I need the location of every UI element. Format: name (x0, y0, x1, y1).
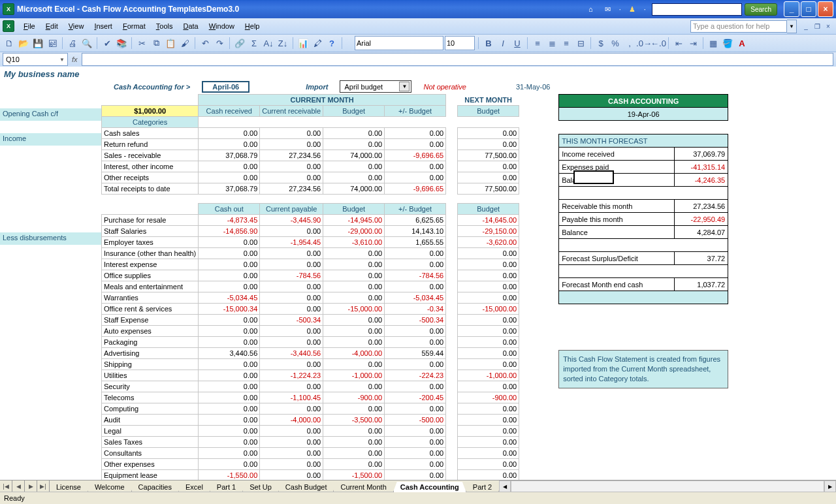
sort-asc-icon[interactable]: A↓ (262, 37, 275, 50)
underline-icon[interactable]: U (511, 37, 524, 50)
menu-window[interactable]: Window (204, 21, 240, 31)
chart-icon[interactable]: 📊 (297, 37, 310, 50)
sep-icon: · (643, 3, 647, 15)
dec-decimal-icon[interactable]: ←.0 (652, 37, 665, 50)
open-icon[interactable]: 📂 (17, 37, 30, 50)
undo-icon[interactable]: ↶ (199, 37, 212, 50)
chevron-down-icon[interactable]: ▼ (59, 57, 65, 63)
standard-toolbar: 🗋 📂 💾 🗟 🖨 🔍 ✔ 📚 ✂ ⧉ 📋 🖌 ↶ ↷ 🔗 Σ A↓ Z↓ 📊 … (0, 35, 836, 52)
search-button[interactable]: Search (745, 3, 777, 16)
menu-file[interactable]: File (18, 21, 40, 31)
comma-icon[interactable]: , (623, 37, 636, 50)
titlebar-addin-icons: ⌂ ✉ · ♟ · (584, 3, 647, 15)
formula-bar-row: Q10 ▼ fx (0, 52, 836, 67)
align-left-icon[interactable]: ≡ (531, 37, 544, 50)
borders-icon[interactable]: ▦ (707, 37, 720, 50)
new-icon[interactable]: 🗋 (3, 37, 16, 50)
preview-icon[interactable]: 🔍 (80, 37, 93, 50)
help-search-dropdown[interactable]: ▼ (787, 20, 797, 33)
maximize-button[interactable]: □ (801, 1, 816, 17)
dec-indent-icon[interactable]: ⇤ (672, 37, 685, 50)
workbook-icon[interactable]: X (3, 20, 14, 32)
menu-help[interactable]: Help (240, 21, 265, 31)
save-icon[interactable]: 💾 (31, 37, 44, 50)
menu-data[interactable]: Data (178, 21, 203, 31)
mail-icon[interactable]: ✉ (601, 3, 614, 15)
worksheet[interactable]: My business name Cash Accounting for > A… (0, 67, 836, 67)
autosum-icon[interactable]: Σ (248, 37, 261, 50)
menu-format[interactable]: Format (118, 21, 151, 31)
sep-icon: · (618, 3, 622, 15)
sort-desc-icon[interactable]: Z↓ (276, 37, 289, 50)
window-title: Microsoft Excel - Cash Flow Accounting T… (17, 5, 239, 14)
inc-decimal-icon[interactable]: .0→ (637, 37, 651, 50)
excel-icon: X (3, 3, 14, 15)
mdi-minimize[interactable]: _ (801, 21, 811, 31)
minimize-button[interactable]: _ (784, 1, 799, 17)
worksheet-area: My business name Cash Accounting for > A… (0, 67, 836, 67)
mdi-restore[interactable]: ❐ (812, 21, 822, 31)
print-icon[interactable]: 🖨 (66, 37, 79, 50)
name-box[interactable]: Q10 ▼ (3, 53, 68, 66)
menu-tools[interactable]: Tools (151, 21, 178, 31)
research-icon[interactable]: 📚 (115, 37, 128, 50)
merge-icon[interactable]: ⊟ (574, 37, 587, 50)
italic-icon[interactable]: I (496, 37, 509, 50)
business-name: My business name (0, 67, 836, 67)
drawing-icon[interactable]: 🖍 (311, 37, 324, 50)
menu-insert[interactable]: Insert (89, 21, 118, 31)
align-right-icon[interactable]: ≡ (560, 37, 573, 50)
help-search-input[interactable] (690, 20, 787, 33)
name-box-value: Q10 (6, 55, 20, 63)
bold-icon[interactable]: B (482, 37, 495, 50)
menu-edit[interactable]: Edit (40, 21, 63, 31)
search-input[interactable] (652, 3, 742, 16)
cut-icon[interactable]: ✂ (135, 37, 148, 50)
align-center-icon[interactable]: ≣ (545, 37, 558, 50)
fx-icon[interactable]: fx (72, 55, 78, 63)
font-size-select[interactable] (445, 36, 475, 50)
paste-icon[interactable]: 📋 (164, 37, 177, 50)
home-icon[interactable]: ⌂ (584, 3, 597, 15)
font-color-icon[interactable]: A (735, 37, 748, 50)
menu-bar: X FileEditViewInsertFormatToolsDataWindo… (0, 18, 836, 35)
font-name-select[interactable] (355, 36, 443, 50)
currency-icon[interactable]: $ (594, 37, 607, 50)
format-painter-icon[interactable]: 🖌 (178, 37, 191, 50)
spell-icon[interactable]: ✔ (101, 37, 114, 50)
help-icon[interactable]: ? (325, 37, 338, 50)
hyperlink-icon[interactable]: 🔗 (233, 37, 246, 50)
permission-icon[interactable]: 🗟 (46, 37, 59, 50)
fill-color-icon[interactable]: 🪣 (721, 37, 734, 50)
formula-bar[interactable] (82, 53, 833, 66)
close-button[interactable]: × (818, 1, 833, 17)
inc-indent-icon[interactable]: ⇥ (686, 37, 699, 50)
window-titlebar: X Microsoft Excel - Cash Flow Accounting… (0, 0, 836, 18)
titlebar-search: Search (652, 3, 777, 16)
percent-icon[interactable]: % (609, 37, 622, 50)
redo-icon[interactable]: ↷ (213, 37, 226, 50)
copy-icon[interactable]: ⧉ (150, 37, 163, 50)
menu-view[interactable]: View (63, 21, 89, 31)
mdi-close[interactable]: × (823, 21, 833, 31)
person-icon[interactable]: ♟ (626, 3, 639, 15)
